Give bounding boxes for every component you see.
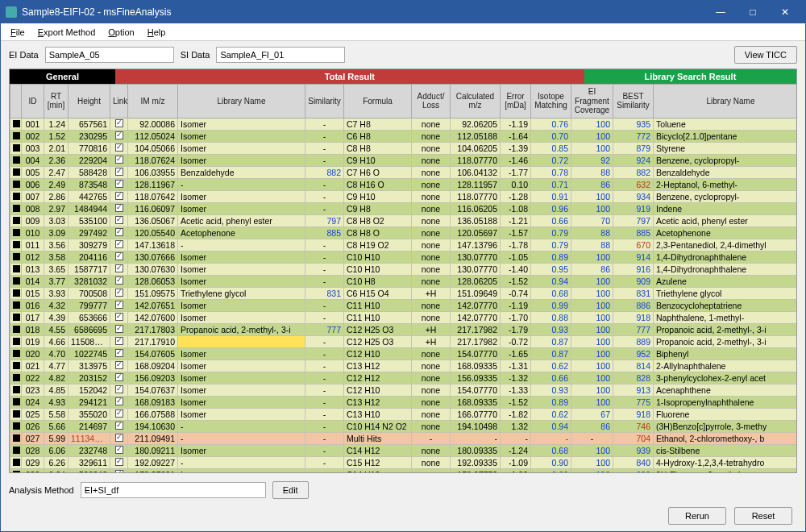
- table-row[interactable]: 0052.47588428106.03955Benzaldehyde882C7 …: [10, 166, 798, 178]
- link-checkbox[interactable]: [115, 349, 123, 357]
- col-id: ID: [22, 85, 44, 118]
- table-row[interactable]: 0265.66214697194.10630--C10 H14 N2 O2non…: [10, 420, 798, 432]
- row-marker-icon: [13, 338, 20, 345]
- table-row[interactable]: 0174.39653666142.07600Isomer-C11 H10none…: [10, 311, 798, 323]
- link-checkbox[interactable]: [115, 252, 123, 260]
- table-row[interactable]: 0042.36229204118.07624Isomer-C9 H10none1…: [10, 154, 798, 166]
- table-row[interactable]: 0062.49873548128.11967--C8 H16 Onone128.…: [10, 178, 798, 190]
- row-marker-icon: [13, 459, 20, 466]
- row-marker-icon: [13, 326, 20, 333]
- table-row[interactable]: 0244.93294121168.09183Isomer-C13 H12none…: [10, 396, 798, 408]
- table-row[interactable]: 0123.58204116130.07666Isomer-C10 H10none…: [10, 251, 798, 263]
- link-checkbox[interactable]: [115, 228, 123, 236]
- link-checkbox[interactable]: [115, 422, 123, 430]
- link-checkbox[interactable]: [115, 156, 123, 164]
- table-row[interactable]: 0164.32799777142.07651Isomer-C11 H10none…: [10, 299, 798, 311]
- menu-export-method[interactable]: Export Method: [31, 26, 102, 39]
- link-checkbox[interactable]: [115, 119, 123, 127]
- table-row[interactable]: 0113.56309279147.13618--C8 H19 O2none147…: [10, 239, 798, 251]
- link-checkbox[interactable]: [115, 397, 123, 405]
- analysis-method-input[interactable]: [81, 482, 266, 498]
- link-checkbox[interactable]: [115, 470, 123, 474]
- link-checkbox[interactable]: [115, 289, 123, 297]
- minimize-button[interactable]: —: [705, 3, 736, 21]
- menu-help[interactable]: Help: [141, 26, 172, 39]
- table-row[interactable]: 0286.06232748180.09211Isomer-C14 H12none…: [10, 444, 798, 456]
- rerun-button[interactable]: Rerun: [668, 507, 726, 525]
- table-row[interactable]: 0143.773281032128.06053Isomer-C10 H8none…: [10, 275, 798, 287]
- menu-option[interactable]: Option: [102, 26, 140, 39]
- table-row[interactable]: 0275.9911134113211.09491--Multi Hits----…: [10, 432, 798, 444]
- reset-button[interactable]: Reset: [734, 507, 792, 525]
- link-checkbox[interactable]: [115, 180, 123, 188]
- results-grid[interactable]: General Total Result Library Search Resu…: [9, 69, 797, 473]
- table-row[interactable]: 0032.01770816104.05066Isomer-C8 H8none10…: [10, 142, 798, 154]
- table-row[interactable]: 0194.6611508312217.17910-C12 H25 O3+H217…: [10, 335, 798, 347]
- link-checkbox[interactable]: [115, 240, 123, 248]
- table-row[interactable]: 0153.93700508151.09575Triethylene glycol…: [10, 287, 798, 299]
- row-marker-icon: [13, 301, 20, 309]
- edit-button[interactable]: Edit: [272, 481, 309, 499]
- row-marker-icon: [13, 362, 20, 369]
- link-checkbox[interactable]: [115, 264, 123, 272]
- data-toolbar: EI Data SI Data View TICC: [1, 41, 805, 69]
- ei-data-label: EI Data: [9, 50, 39, 60]
- link-checkbox[interactable]: [115, 313, 123, 321]
- table-header[interactable]: ID RT[min] Height Link IM m/z Library Na…: [10, 85, 798, 118]
- row-marker-icon: [13, 253, 20, 260]
- app-icon: [6, 6, 17, 18]
- ei-data-input[interactable]: [45, 47, 174, 63]
- row-marker-icon: [13, 120, 20, 127]
- col-link: Link: [110, 85, 128, 118]
- table-row[interactable]: 0184.556586695217.17803Propanoic acid, 2…: [10, 323, 798, 335]
- link-checkbox[interactable]: [115, 409, 123, 418]
- link-checkbox[interactable]: [115, 385, 123, 393]
- table-row[interactable]: 0306.34508343178.07631Isomer-C14 H10none…: [10, 468, 798, 473]
- table-row[interactable]: 0082.971484944116.06097Isomer-C9 H8none1…: [10, 202, 798, 214]
- link-checkbox[interactable]: [115, 361, 123, 369]
- menu-file[interactable]: File: [4, 26, 31, 39]
- link-checkbox[interactable]: [115, 276, 123, 285]
- link-checkbox[interactable]: [115, 446, 123, 454]
- link-checkbox[interactable]: [115, 373, 123, 381]
- window-title: Sample8-EIFI-02 - msFineAnalysis: [22, 6, 705, 18]
- link-checkbox[interactable]: [115, 168, 123, 176]
- link-checkbox[interactable]: [115, 216, 123, 224]
- table-row[interactable]: 0296.26329611192.09227--C15 H12none192.0…: [10, 456, 798, 468]
- link-checkbox[interactable]: [115, 325, 123, 333]
- link-checkbox[interactable]: [115, 434, 123, 442]
- link-checkbox[interactable]: [115, 143, 123, 152]
- analysis-method-label: Analysis Method: [9, 485, 74, 495]
- link-checkbox[interactable]: [115, 337, 123, 345]
- table-row[interactable]: 0255.58355020166.07588Isomer-C13 H10none…: [10, 408, 798, 420]
- link-checkbox[interactable]: [115, 204, 123, 212]
- app-window: Sample8-EIFI-02 - msFineAnalysis — □ ✕ F…: [0, 0, 806, 532]
- title-bar[interactable]: Sample8-EIFI-02 - msFineAnalysis — □ ✕: [1, 1, 805, 23]
- maximize-button[interactable]: □: [737, 3, 768, 21]
- table-row[interactable]: 0011.2465756192.00086Isomer-C7 H8none92.…: [10, 118, 798, 130]
- row-marker-icon: [13, 398, 20, 405]
- si-data-input[interactable]: [216, 47, 345, 63]
- close-button[interactable]: ✕: [770, 3, 800, 21]
- table-row[interactable]: 0133.651587717130.07630Isomer-C10 H10non…: [10, 263, 798, 275]
- link-checkbox[interactable]: [115, 131, 123, 139]
- row-marker-icon: [13, 410, 20, 418]
- table-row[interactable]: 0204.701022745154.07605Isomer-C12 H10non…: [10, 347, 798, 360]
- link-checkbox[interactable]: [115, 301, 123, 309]
- col-best: BESTSimilarity: [613, 85, 654, 118]
- table-row[interactable]: 0093.03535100136.05067Acetic acid, pheny…: [10, 214, 798, 227]
- results-table: ID RT[min] Height Link IM m/z Library Na…: [10, 84, 797, 473]
- link-checkbox[interactable]: [115, 458, 123, 466]
- row-marker-icon: [13, 193, 20, 200]
- table-row[interactable]: 0103.09297492120.05540Acetophenone885C8 …: [10, 227, 798, 239]
- table-row[interactable]: 0072.86442765118.07642Isomer-C9 H10none1…: [10, 190, 798, 202]
- col-lib1: Library Name: [178, 85, 305, 118]
- table-row[interactable]: 0224.82203152156.09203Isomer-C12 H12none…: [10, 372, 798, 384]
- link-checkbox[interactable]: [115, 192, 123, 200]
- table-row[interactable]: 0021.52230295112.05024Isomer-C6 H8none11…: [10, 130, 798, 142]
- table-row[interactable]: 0214.77313975168.09204Isomer-C13 H12none…: [10, 360, 798, 372]
- section-general: General: [10, 69, 115, 84]
- table-row[interactable]: 0234.85152042154.07637Isomer-C12 H10none…: [10, 384, 798, 396]
- row-marker-icon: [13, 350, 20, 357]
- view-ticc-button[interactable]: View TICC: [734, 46, 797, 64]
